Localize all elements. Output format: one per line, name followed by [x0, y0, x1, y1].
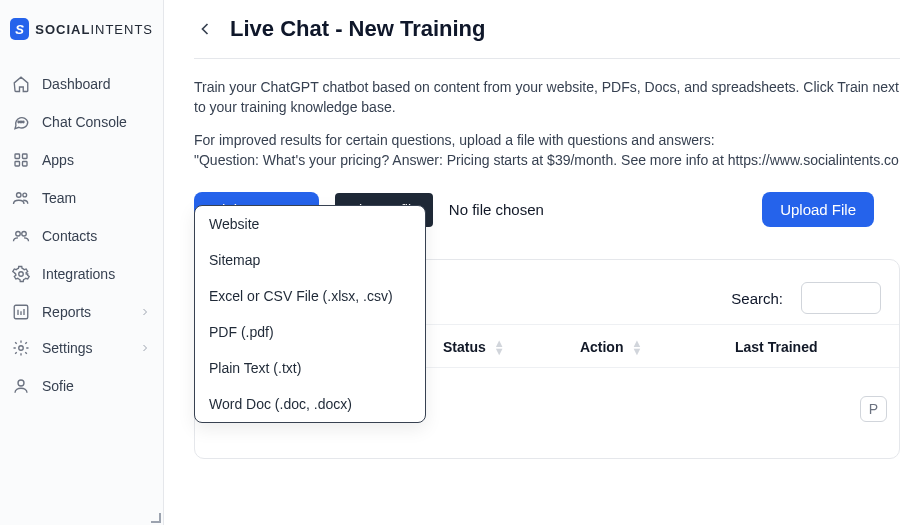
primary-nav: Dashboard Chat Console Apps Team [0, 66, 163, 330]
sidebar-item-label: Settings [42, 340, 93, 356]
upload-file-label: Upload File [780, 201, 856, 218]
gear-icon [12, 265, 30, 283]
user-icon [12, 377, 30, 395]
sidebar-item-label: Contacts [42, 228, 97, 244]
users-icon [12, 189, 30, 207]
grid-icon [12, 151, 30, 169]
page-title: Live Chat - New Training [230, 16, 485, 42]
sidebar: S SOCIALINTENTS Dashboard Chat Console [0, 0, 164, 525]
svg-point-9 [16, 232, 21, 237]
main-content: Live Chat - New Training Train your Chat… [164, 0, 900, 525]
svg-rect-5 [15, 162, 20, 167]
svg-rect-6 [23, 162, 28, 167]
sidebar-item-label: Chat Console [42, 114, 127, 130]
svg-point-10 [22, 232, 27, 237]
sidebar-item-label: Apps [42, 152, 74, 168]
brand: S SOCIALINTENTS [0, 0, 163, 66]
dropdown-item-word-doc[interactable]: Word Doc (.doc, .docx) [195, 386, 425, 422]
svg-point-0 [18, 121, 20, 123]
sidebar-item-label: Integrations [42, 266, 115, 282]
svg-point-8 [23, 193, 27, 197]
sidebar-item-label: Reports [42, 304, 91, 320]
svg-rect-4 [23, 154, 28, 159]
home-icon [12, 75, 30, 93]
sort-icon: ▲▼ [494, 339, 505, 355]
sidebar-item-label: Team [42, 190, 76, 206]
svg-point-13 [19, 346, 24, 351]
chevron-right-icon [139, 342, 151, 354]
intro-text: Train your ChatGPT chatbot based on cont… [194, 59, 900, 188]
dropdown-item-sitemap[interactable]: Sitemap [195, 242, 425, 278]
sidebar-item-chat-console[interactable]: Chat Console [2, 104, 161, 140]
sidebar-item-team[interactable]: Team [2, 180, 161, 216]
training-type-dropdown-menu: Website Sitemap Excel or CSV File (.xlsx… [194, 205, 426, 423]
column-header-last-trained[interactable]: Last Trained [735, 339, 881, 355]
title-row: Live Chat - New Training [194, 16, 900, 59]
column-header-action[interactable]: Action ▲▼ [580, 339, 735, 355]
sidebar-item-integrations[interactable]: Integrations [2, 256, 161, 292]
sidebar-item-profile[interactable]: Sofie [2, 368, 161, 404]
back-button[interactable] [194, 18, 216, 40]
brand-icon: S [10, 18, 29, 40]
sort-icon: ▲▼ [631, 339, 642, 355]
sidebar-item-contacts[interactable]: Contacts [2, 218, 161, 254]
settings-icon [12, 339, 30, 357]
search-input[interactable] [801, 282, 881, 314]
chart-icon [12, 303, 30, 321]
intro-paragraph-2: For improved results for certain questio… [194, 130, 900, 171]
file-status: No file chosen [449, 201, 544, 218]
svg-point-14 [18, 380, 24, 386]
sidebar-item-reports[interactable]: Reports [2, 294, 161, 330]
pager-button[interactable]: P [860, 396, 887, 422]
intro-paragraph-1: Train your ChatGPT chatbot based on cont… [194, 77, 900, 118]
chevron-right-icon [139, 306, 151, 318]
sidebar-item-label: Dashboard [42, 76, 111, 92]
svg-rect-3 [15, 154, 20, 159]
chat-icon [12, 113, 30, 131]
search-label: Search: [731, 290, 791, 307]
svg-point-7 [17, 193, 22, 198]
svg-point-11 [19, 272, 24, 277]
sidebar-item-label: Sofie [42, 378, 74, 394]
dropdown-item-pdf[interactable]: PDF (.pdf) [195, 314, 425, 350]
dropdown-item-excel-csv[interactable]: Excel or CSV File (.xlsx, .csv) [195, 278, 425, 314]
svg-point-1 [20, 121, 22, 123]
dropdown-item-plain-text[interactable]: Plain Text (.txt) [195, 350, 425, 386]
brand-name: SOCIALINTENTS [35, 22, 153, 37]
svg-point-2 [23, 121, 25, 123]
upload-file-button[interactable]: Upload File [762, 192, 874, 227]
contacts-icon [12, 227, 30, 245]
sidebar-item-settings[interactable]: Settings [2, 330, 161, 366]
secondary-nav: Settings Sofie [0, 330, 163, 525]
column-header-status[interactable]: Status ▲▼ [443, 339, 580, 355]
sidebar-item-apps[interactable]: Apps [2, 142, 161, 178]
sidebar-item-dashboard[interactable]: Dashboard [2, 66, 161, 102]
dropdown-item-website[interactable]: Website [195, 206, 425, 242]
